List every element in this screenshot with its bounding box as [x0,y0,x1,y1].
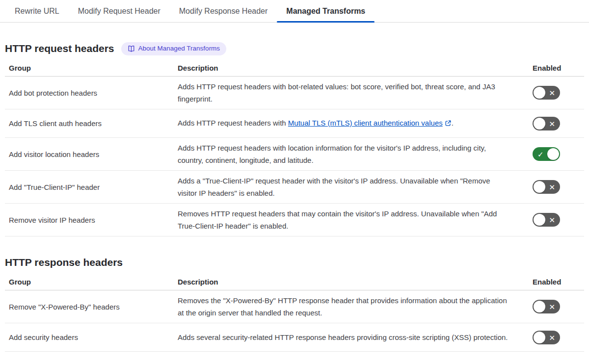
tab-bar: Rewrite URL Modify Request Header Modify… [0,0,589,23]
group-cell: Remove "X-Powered-By" headers [5,294,178,319]
response-table-header: Group Description Enabled [5,274,584,290]
table-row: Add TLS client auth headers Adds HTTP re… [5,109,584,138]
toggle-knob [534,301,545,312]
toggle-state-icon [537,151,544,158]
table-row: Add visitor location headers Adds HTTP r… [5,138,584,171]
toggle-state-icon [549,89,555,97]
open-book-icon [128,45,135,52]
description-cell: Adds HTTP request headers with bot-relat… [178,80,510,105]
toggle-state-icon [549,303,555,311]
table-row: Add bot protection headers Adds HTTP req… [5,77,584,109]
description-suffix: . [452,119,454,127]
page-content: HTTP request headers About Managed Trans… [0,42,589,352]
request-section-title: HTTP request headers [5,43,114,54]
column-header-description: Description [178,278,525,286]
description-cell: Adds several security-related HTTP respo… [178,331,508,343]
toggle-knob [534,87,545,99]
table-row: Remove "X-Powered-By" headers Removes th… [5,290,584,323]
toggle-state-icon [549,183,555,191]
toggle-knob [534,214,545,226]
about-managed-transforms-badge[interactable]: About Managed Transforms [121,42,227,55]
toggle-state-icon [549,216,555,224]
toggle-add-visitor-location-headers[interactable] [533,147,560,161]
toggle-add-true-client-ip-header[interactable] [533,180,560,194]
toggle-remove-visitor-ip-headers[interactable] [533,213,560,227]
toggle-knob [534,118,545,130]
tab-rewrite-url[interactable]: Rewrite URL [5,0,69,22]
toggle-remove-x-powered-by-headers[interactable] [533,300,560,313]
request-section-header: HTTP request headers About Managed Trans… [5,42,584,55]
description-cell: Removes HTTP request headers that may co… [178,208,510,232]
response-headers-section: HTTP response headers Group Description … [5,256,584,352]
request-headers-table: Group Description Enabled Add bot protec… [5,60,584,236]
group-cell: Add TLS client auth headers [5,113,178,133]
column-header-enabled: Enabled [525,64,584,72]
description-cell: Adds HTTP request headers with location … [178,142,510,166]
toggle-state-icon [549,334,555,341]
request-table-header: Group Description Enabled [5,60,584,77]
table-row: Add security headers Adds several securi… [5,323,584,352]
toggle-state-icon [549,120,555,127]
group-cell: Add visitor location headers [5,142,178,166]
description-cell: Removes the "X-Powered-By" HTTP response… [178,294,510,319]
toggle-knob [534,181,545,193]
tab-managed-transforms[interactable]: Managed Transforms [277,0,375,22]
external-link-icon [445,118,452,130]
tab-modify-request-header[interactable]: Modify Request Header [69,0,170,22]
description-cell: Adds HTTP request headers with [178,119,288,127]
group-cell: Add security headers [5,327,178,347]
tab-modify-response-header[interactable]: Modify Response Header [170,0,277,22]
group-cell: Add bot protection headers [5,80,178,105]
table-row: Add "True-Client-IP" header Adds a "True… [5,171,584,204]
table-row: Remove visitor IP headers Removes HTTP r… [5,204,584,236]
response-headers-table: Group Description Enabled Remove "X-Powe… [5,274,584,352]
column-header-enabled: Enabled [525,278,584,286]
group-cell: Remove visitor IP headers [5,208,178,232]
toggle-knob [547,148,559,160]
badge-label: About Managed Transforms [138,45,220,52]
column-header-group: Group [5,278,178,286]
mtls-docs-link[interactable]: Mutual TLS (mTLS) client authentication … [288,119,443,127]
toggle-knob [534,332,545,343]
description-cell: Adds a "True-Client-IP" request header w… [178,175,510,199]
column-header-description: Description [178,64,525,72]
group-cell: Add "True-Client-IP" header [5,175,178,199]
column-header-group: Group [5,64,178,72]
toggle-add-tls-client-auth-headers[interactable] [533,117,560,130]
response-section-title: HTTP response headers [5,257,123,268]
response-section-header: HTTP response headers [5,256,584,269]
toggle-add-security-headers[interactable] [533,331,560,344]
request-headers-section: HTTP request headers About Managed Trans… [5,42,584,236]
toggle-add-bot-protection-headers[interactable] [533,86,560,100]
